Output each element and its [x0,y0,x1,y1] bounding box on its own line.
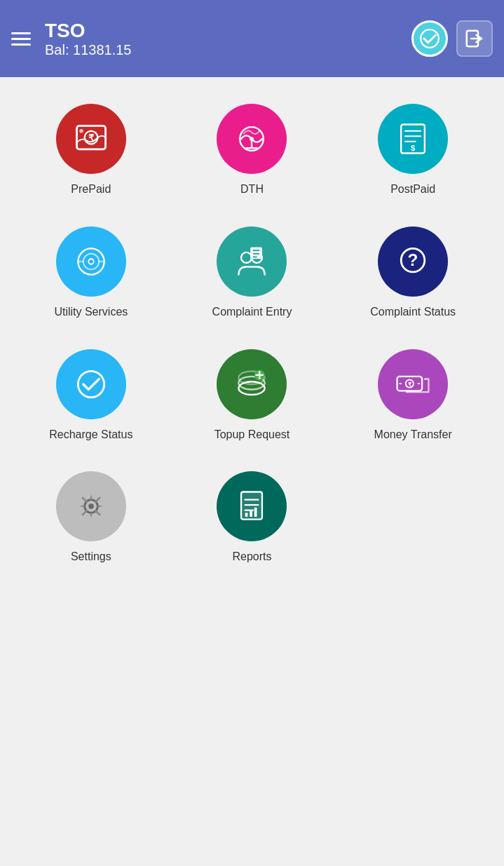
svg-rect-49 [254,508,257,517]
svg-point-6 [79,129,83,133]
logout-button[interactable] [456,20,493,57]
utility-label: Utility Services [54,305,128,320]
svg-rect-47 [245,513,248,517]
grid-item-topup[interactable]: Topup Request [175,337,329,452]
svg-point-29 [78,371,104,397]
svg-point-42 [88,504,93,509]
settings-label: Settings [71,550,111,564]
prepaid-label: PrePaid [71,182,111,197]
svg-point-21 [242,252,252,263]
header: TSO Bal: 11381.15 [0,0,504,77]
postpaid-icon: $ [378,104,448,174]
reports-icon [217,471,287,541]
recharge-status-icon [56,349,126,419]
topup-icon [217,349,287,419]
grid-item-settings[interactable]: Settings [14,459,168,574]
grid-item-reports[interactable]: Reports [175,459,329,574]
svg-point-18 [88,259,93,264]
complaint-entry-icon [217,226,287,297]
svg-rect-48 [250,510,253,517]
grid-item-postpaid[interactable]: $ PostPaid [336,91,490,207]
grid-item-utility[interactable]: Utility Services [14,214,168,330]
dth-label: DTH [240,182,264,197]
menu-icon[interactable] [11,32,31,46]
prepaid-icon: ₹ [56,104,126,174]
main-grid: ₹ PrePaid DTH $ PostPaid Utility Service… [0,77,504,588]
header-title: TSO Bal: 11381.15 [45,19,411,59]
complaint-status-icon: ? [378,226,448,297]
utility-icon [56,226,126,297]
dth-icon [217,104,287,174]
app-name: TSO [45,19,411,43]
grid-item-dth[interactable]: DTH [175,91,329,207]
money-label: Money Transfer [374,428,452,442]
grid-item-complaint-entry[interactable]: Complaint Entry [175,214,329,330]
grid-item-complaint-status[interactable]: ? Complaint Status [336,214,490,330]
grid-item-recharge-status[interactable]: Recharge Status [14,337,168,452]
grid-item-money[interactable]: ₹ Money Transfer [336,337,490,452]
svg-point-17 [83,254,99,269]
recharge-status-label: Recharge Status [49,428,132,442]
money-icon: ₹ [378,349,448,419]
settings-icon [56,471,126,541]
svg-text:?: ? [408,250,418,269]
postpaid-label: PostPaid [390,182,435,197]
topup-label: Topup Request [214,428,290,442]
header-actions [411,20,493,57]
reports-label: Reports [232,550,271,564]
complaint-entry-label: Complaint Entry [212,305,292,320]
check-button[interactable] [411,20,448,57]
svg-text:$: $ [411,144,416,152]
grid-item-prepaid[interactable]: ₹ PrePaid [14,91,168,207]
complaint-status-label: Complaint Status [370,305,456,320]
balance: Bal: 11381.15 [45,42,411,58]
